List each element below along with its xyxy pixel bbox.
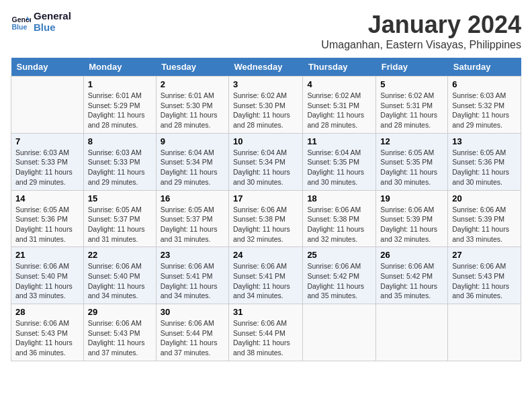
sunset-label: Sunset: 5:35 PM — [380, 158, 433, 166]
sunrise-label: Sunrise: 6:06 AM — [233, 319, 287, 327]
daylight-label: Daylight: 11 hours and 36 minutes. — [15, 338, 73, 357]
day-info: Sunrise: 6:02 AM Sunset: 5:31 PM Dayligh… — [307, 91, 371, 130]
day-number: 22 — [88, 250, 152, 260]
calendar-cell: 28 Sunrise: 6:06 AM Sunset: 5:43 PM Dayl… — [11, 304, 84, 361]
day-number: 25 — [307, 250, 371, 260]
daylight-label: Daylight: 11 hours and 31 minutes. — [15, 225, 73, 243]
sunrise-label: Sunrise: 6:03 AM — [15, 148, 69, 156]
daylight-label: Daylight: 11 hours and 28 minutes. — [307, 111, 364, 129]
sunrise-label: Sunrise: 6:06 AM — [307, 205, 361, 214]
sunset-label: Sunset: 5:42 PM — [307, 272, 359, 280]
daylight-label: Daylight: 11 hours and 29 minutes. — [161, 168, 218, 186]
sunrise-label: Sunrise: 6:05 AM — [161, 205, 214, 214]
calendar-week-row: 7 Sunrise: 6:03 AM Sunset: 5:33 PM Dayli… — [11, 133, 521, 190]
daylight-label: Daylight: 11 hours and 38 minutes. — [233, 338, 290, 357]
day-info: Sunrise: 6:01 AM Sunset: 5:30 PM Dayligh… — [161, 91, 224, 130]
day-info: Sunrise: 6:06 AM Sunset: 5:41 PM Dayligh… — [161, 261, 224, 301]
sunset-label: Sunset: 5:29 PM — [88, 101, 140, 109]
day-number: 18 — [307, 193, 371, 203]
daylight-label: Daylight: 11 hours and 29 minutes. — [15, 168, 73, 186]
sunset-label: Sunset: 5:36 PM — [15, 215, 68, 223]
day-number: 6 — [452, 79, 517, 89]
daylight-label: Daylight: 11 hours and 37 minutes. — [161, 338, 218, 357]
svg-text:Blue: Blue — [12, 22, 28, 30]
day-info: Sunrise: 6:03 AM Sunset: 5:32 PM Dayligh… — [452, 91, 517, 130]
day-info: Sunrise: 6:03 AM Sunset: 5:33 PM Dayligh… — [88, 148, 152, 187]
calendar-cell: 9 Sunrise: 6:04 AM Sunset: 5:34 PM Dayli… — [156, 133, 228, 190]
sunrise-label: Sunrise: 6:06 AM — [380, 205, 434, 214]
sunrise-label: Sunrise: 6:06 AM — [452, 205, 506, 214]
sunset-label: Sunset: 5:37 PM — [88, 215, 140, 223]
calendar-cell: 15 Sunrise: 6:05 AM Sunset: 5:37 PM Dayl… — [83, 190, 156, 247]
sunset-label: Sunset: 5:30 PM — [233, 101, 285, 109]
daylight-label: Daylight: 11 hours and 34 minutes. — [233, 282, 290, 300]
sunrise-label: Sunrise: 6:02 AM — [233, 91, 287, 99]
daylight-label: Daylight: 11 hours and 35 minutes. — [307, 282, 364, 300]
day-number: 14 — [15, 193, 79, 203]
day-number: 23 — [161, 250, 224, 260]
sunset-label: Sunset: 5:43 PM — [452, 272, 504, 280]
daylight-label: Daylight: 11 hours and 31 minutes. — [161, 225, 218, 243]
title-area: January 2024 Umaganhan, Eastern Visayas,… — [321, 11, 521, 51]
day-number: 4 — [307, 79, 371, 89]
day-info: Sunrise: 6:06 AM Sunset: 5:40 PM Dayligh… — [88, 261, 152, 301]
sunrise-label: Sunrise: 6:04 AM — [233, 148, 287, 156]
calendar-cell: 18 Sunrise: 6:06 AM Sunset: 5:38 PM Dayl… — [303, 190, 376, 247]
logo-icon: General Blue — [11, 12, 31, 32]
sunrise-label: Sunrise: 6:06 AM — [15, 262, 69, 270]
calendar-cell — [448, 304, 521, 361]
weekday-header-saturday: Saturday — [448, 58, 521, 77]
daylight-label: Daylight: 11 hours and 32 minutes. — [380, 225, 437, 243]
day-number: 19 — [380, 193, 443, 203]
logo-line1: General — [34, 11, 71, 22]
sunset-label: Sunset: 5:40 PM — [15, 272, 68, 280]
sunset-label: Sunset: 5:42 PM — [380, 272, 433, 280]
daylight-label: Daylight: 11 hours and 30 minutes. — [307, 168, 364, 186]
sunrise-label: Sunrise: 6:05 AM — [380, 148, 434, 156]
sunrise-label: Sunrise: 6:05 AM — [15, 205, 69, 214]
daylight-label: Daylight: 11 hours and 28 minutes. — [380, 111, 437, 129]
day-info: Sunrise: 6:04 AM Sunset: 5:34 PM Dayligh… — [161, 148, 224, 187]
calendar-cell: 8 Sunrise: 6:03 AM Sunset: 5:33 PM Dayli… — [83, 133, 156, 190]
day-number: 20 — [452, 193, 517, 203]
day-number: 3 — [233, 79, 298, 89]
sunset-label: Sunset: 5:39 PM — [452, 215, 504, 223]
daylight-label: Daylight: 11 hours and 31 minutes. — [88, 225, 145, 243]
sunrise-label: Sunrise: 6:06 AM — [161, 262, 214, 270]
sunrise-label: Sunrise: 6:02 AM — [380, 91, 434, 99]
sunset-label: Sunset: 5:43 PM — [88, 329, 140, 337]
sunset-label: Sunset: 5:38 PM — [307, 215, 359, 223]
calendar-cell: 21 Sunrise: 6:06 AM Sunset: 5:40 PM Dayl… — [11, 247, 84, 304]
day-info: Sunrise: 6:06 AM Sunset: 5:39 PM Dayligh… — [452, 205, 517, 244]
calendar-cell: 24 Sunrise: 6:06 AM Sunset: 5:41 PM Dayl… — [229, 247, 303, 304]
calendar-cell: 14 Sunrise: 6:05 AM Sunset: 5:36 PM Dayl… — [11, 190, 84, 247]
sunset-label: Sunset: 5:30 PM — [161, 101, 213, 109]
daylight-label: Daylight: 11 hours and 30 minutes. — [380, 168, 437, 186]
sunrise-label: Sunrise: 6:06 AM — [88, 319, 142, 327]
day-number: 12 — [380, 136, 443, 146]
daylight-label: Daylight: 11 hours and 28 minutes. — [88, 111, 145, 129]
day-info: Sunrise: 6:03 AM Sunset: 5:33 PM Dayligh… — [15, 148, 79, 187]
sunset-label: Sunset: 5:31 PM — [307, 101, 359, 109]
day-info: Sunrise: 6:06 AM Sunset: 5:38 PM Dayligh… — [233, 205, 298, 244]
logo-line2: Blue — [34, 22, 71, 34]
calendar-header-row: SundayMondayTuesdayWednesdayThursdayFrid… — [11, 58, 521, 77]
sunrise-label: Sunrise: 6:03 AM — [88, 148, 142, 156]
calendar-cell: 4 Sunrise: 6:02 AM Sunset: 5:31 PM Dayli… — [303, 77, 376, 134]
daylight-label: Daylight: 11 hours and 28 minutes. — [161, 111, 218, 129]
calendar-cell: 29 Sunrise: 6:06 AM Sunset: 5:43 PM Dayl… — [83, 304, 156, 361]
day-info: Sunrise: 6:05 AM Sunset: 5:36 PM Dayligh… — [452, 148, 517, 187]
sunset-label: Sunset: 5:44 PM — [161, 329, 213, 337]
sunset-label: Sunset: 5:35 PM — [307, 158, 359, 166]
calendar-cell: 10 Sunrise: 6:04 AM Sunset: 5:34 PM Dayl… — [229, 133, 303, 190]
calendar-cell — [11, 77, 84, 134]
sunset-label: Sunset: 5:44 PM — [233, 329, 285, 337]
calendar-cell: 31 Sunrise: 6:06 AM Sunset: 5:44 PM Dayl… — [229, 304, 303, 361]
sunrise-label: Sunrise: 6:06 AM — [452, 262, 506, 270]
sunrise-label: Sunrise: 6:06 AM — [380, 262, 434, 270]
sunset-label: Sunset: 5:32 PM — [452, 101, 504, 109]
day-info: Sunrise: 6:06 AM Sunset: 5:44 PM Dayligh… — [233, 318, 298, 358]
calendar-cell — [303, 304, 376, 361]
calendar-cell: 26 Sunrise: 6:06 AM Sunset: 5:42 PM Dayl… — [376, 247, 448, 304]
day-number: 21 — [15, 250, 79, 260]
